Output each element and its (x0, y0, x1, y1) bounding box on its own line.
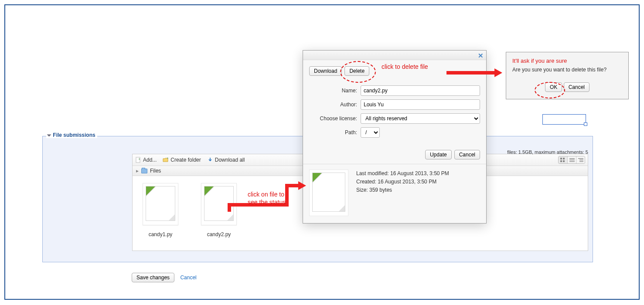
download-all-button[interactable]: Download all (207, 157, 245, 163)
license-label: Choose license: (309, 115, 357, 122)
file-metadata: Last modified: 16 August 2013, 3:50 PM C… (356, 169, 449, 195)
svg-rect-3 (560, 160, 562, 162)
dialog-cancel-button[interactable]: Cancel (454, 150, 480, 159)
view-tree-icon[interactable] (576, 156, 585, 163)
download-all-label: Download all (215, 157, 245, 163)
path-root[interactable]: Files (150, 168, 161, 174)
author-label: Author: (309, 102, 357, 108)
annotation-ellipse (340, 61, 376, 83)
svg-rect-5 (569, 158, 575, 159)
svg-rect-2 (563, 158, 565, 159)
empty-selection-box (542, 114, 586, 125)
close-icon[interactable]: ✕ (478, 52, 484, 60)
collapse-icon[interactable] (47, 134, 51, 136)
size-hint: files: 1.5GB, maximum attachments: 5 (507, 149, 588, 155)
add-file-icon (135, 157, 141, 163)
svg-rect-8 (578, 158, 583, 159)
fieldset-legend[interactable]: File submissions (46, 132, 97, 138)
size: Size: 359 bytes (356, 186, 449, 194)
svg-rect-6 (569, 160, 575, 161)
svg-rect-10 (579, 161, 583, 162)
annotation-ellipse (535, 82, 565, 98)
annotation-text: click on file tosee the status (248, 190, 286, 206)
update-button[interactable]: Update (425, 150, 452, 159)
download-button[interactable]: Download (309, 66, 342, 76)
confirm-cancel-button[interactable]: Cancel (564, 82, 589, 92)
page-frame: File submissions files: 1.5GB, maximum a… (4, 4, 640, 300)
add-file-button[interactable]: Add... (135, 157, 157, 163)
path-select[interactable]: / (361, 127, 380, 138)
path-arrow-icon[interactable]: ▸ (136, 168, 139, 174)
cancel-link[interactable]: Cancel (180, 274, 196, 281)
download-icon (207, 157, 213, 163)
dialog-titlebar[interactable]: ✕ (303, 51, 486, 60)
fieldset-title: File submissions (53, 132, 95, 138)
view-switcher (558, 156, 585, 164)
annotation-arrow (446, 68, 503, 77)
view-list-icon[interactable] (567, 156, 576, 163)
confirm-message: Are you sure you want to delete this fil… (512, 67, 622, 73)
add-file-label: Add... (143, 157, 157, 163)
file-name: candy1.py (139, 231, 182, 237)
last-modified: Last modified: 16 August 2013, 3:50 PM (356, 169, 449, 178)
path-label: Path: (309, 129, 357, 136)
svg-rect-0 (136, 157, 140, 163)
file-item[interactable]: candy1.py (139, 183, 182, 237)
save-changes-button[interactable]: Save changes (132, 273, 174, 282)
create-folder-label: Create folder (170, 157, 201, 163)
confirm-annotation: It'll ask if you are sure (512, 58, 622, 64)
form-actions: Save changes Cancel (132, 273, 197, 282)
file-name: candy2.py (197, 231, 241, 237)
file-icon (143, 183, 178, 225)
name-label: Name: (309, 88, 357, 94)
create-folder-button[interactable]: Create folder (163, 157, 201, 163)
folder-icon (141, 169, 147, 173)
view-grid-icon[interactable] (559, 156, 567, 163)
svg-rect-7 (569, 161, 575, 162)
author-input[interactable] (361, 99, 480, 110)
file-preview-thumb (309, 169, 348, 216)
svg-rect-4 (563, 160, 565, 162)
annotation-text: click to delete file (382, 63, 428, 70)
create-folder-icon (163, 157, 169, 163)
name-input[interactable] (361, 85, 480, 96)
license-select[interactable]: All rights reserved (361, 113, 480, 124)
created: Created: 16 August 2013, 3:50 PM (356, 178, 449, 186)
confirm-dialog: It'll ask if you are sure Are you sure y… (506, 52, 629, 99)
svg-rect-9 (579, 160, 583, 161)
svg-rect-1 (560, 158, 562, 159)
